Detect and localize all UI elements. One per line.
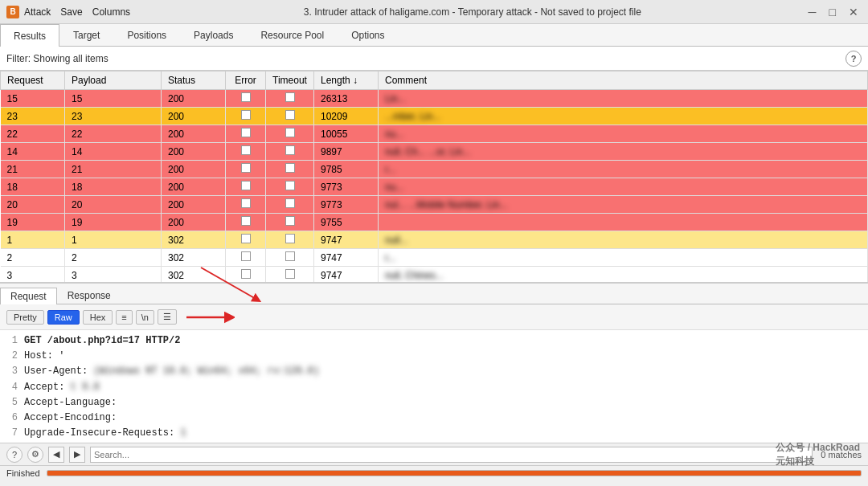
line-text: Accept-Encoding: xyxy=(24,410,862,426)
table-cell: null, Ch... ...or, Lin... xyxy=(379,143,868,161)
checkbox[interactable] xyxy=(241,251,251,261)
menu-bar[interactable]: Attack Save Columns xyxy=(24,6,130,18)
col-timeout[interactable]: Timeout xyxy=(266,71,314,90)
status-bar: Finished xyxy=(0,465,868,480)
checkbox[interactable] xyxy=(241,110,251,120)
table-cell xyxy=(226,90,266,108)
table-cell xyxy=(266,108,314,125)
checkbox[interactable] xyxy=(285,198,295,208)
table-cell xyxy=(226,178,266,196)
checkbox[interactable] xyxy=(241,145,251,155)
table-cell: 10055 xyxy=(314,125,379,143)
col-status[interactable]: Status xyxy=(162,71,226,90)
checkbox[interactable] xyxy=(285,110,295,120)
table-cell xyxy=(266,143,314,161)
checkbox[interactable] xyxy=(241,181,251,190)
progress-bar xyxy=(47,470,862,476)
table-row[interactable]: 223029747r... xyxy=(1,249,868,267)
help-icon[interactable]: ? xyxy=(6,447,23,463)
back-button[interactable]: ◀ xyxy=(48,447,64,463)
minimize-button[interactable]: ─ xyxy=(805,6,820,18)
checkbox[interactable] xyxy=(285,163,295,173)
checkbox[interactable] xyxy=(285,128,295,137)
table-row[interactable]: 20202009773nul... ...Mobile Number, Lin.… xyxy=(1,196,868,214)
checkbox[interactable] xyxy=(285,181,295,190)
col-request[interactable]: Request xyxy=(1,71,65,90)
app-icon: B xyxy=(6,6,19,18)
checkbox[interactable] xyxy=(241,198,251,208)
table-cell xyxy=(226,143,266,161)
tab-results[interactable]: Results xyxy=(0,24,59,47)
maximize-button[interactable]: □ xyxy=(826,6,839,18)
table-cell: 1 xyxy=(65,231,162,249)
menu-save[interactable]: Save xyxy=(60,6,82,18)
table-cell: 18 xyxy=(1,178,65,196)
col-payload[interactable]: Payload xyxy=(65,71,162,90)
table-cell xyxy=(266,196,314,214)
col-length[interactable]: Length ↓ xyxy=(314,71,379,90)
close-button[interactable]: ✕ xyxy=(845,6,862,18)
format-newline-icon[interactable]: \n xyxy=(136,310,154,325)
filter-bar: Filter: Showing all items ? xyxy=(0,47,868,71)
window-controls[interactable]: ─ □ ✕ xyxy=(805,6,862,18)
table-cell: 23 xyxy=(65,108,162,125)
col-comment[interactable]: Comment xyxy=(379,71,868,90)
window-title: 3. Intruder attack of haligame.com - Tem… xyxy=(140,6,805,18)
menu-columns[interactable]: Columns xyxy=(92,6,130,18)
format-bar: Pretty Raw Hex ≡ \n ☰ xyxy=(0,304,868,330)
tab-response[interactable]: Response xyxy=(57,287,121,304)
table-row[interactable]: 18182009773nu... xyxy=(1,178,868,196)
checkbox[interactable] xyxy=(241,92,251,102)
table-row[interactable]: 19192009755 xyxy=(1,214,868,231)
checkbox[interactable] xyxy=(241,163,251,173)
table-cell: 9747 xyxy=(314,267,379,284)
checkbox[interactable] xyxy=(241,234,251,243)
checkbox[interactable] xyxy=(285,269,295,279)
checkbox[interactable] xyxy=(285,92,295,102)
col-error[interactable]: Error xyxy=(226,71,266,90)
menu-attack[interactable]: Attack xyxy=(24,6,51,18)
content-line: 5Accept-Language: xyxy=(6,395,862,410)
table-row[interactable]: 14142009897null, Ch... ...or, Lin... xyxy=(1,143,868,161)
checkbox[interactable] xyxy=(285,234,295,243)
table-row[interactable]: 222220010055nu... xyxy=(1,125,868,143)
format-lines-icon[interactable]: ≡ xyxy=(116,310,132,325)
tab-request[interactable]: Request xyxy=(0,288,57,304)
checkbox[interactable] xyxy=(285,251,295,261)
table-cell: 9897 xyxy=(314,143,379,161)
table-cell: 1 xyxy=(1,231,65,249)
table-cell xyxy=(266,214,314,231)
checkbox[interactable] xyxy=(241,216,251,226)
table-cell: nu... xyxy=(379,178,868,196)
checkbox[interactable] xyxy=(285,216,295,226)
checkbox[interactable] xyxy=(241,128,251,137)
table-cell: 20 xyxy=(65,196,162,214)
table-cell: 21 xyxy=(65,161,162,178)
format-menu-icon[interactable]: ☰ xyxy=(158,309,177,325)
format-hex[interactable]: Hex xyxy=(83,310,113,325)
line-number: 6 xyxy=(6,410,18,426)
search-input[interactable] xyxy=(90,447,813,463)
table-row[interactable]: 333029747null, Chines... xyxy=(1,267,868,284)
line-text: Host: ' xyxy=(24,349,862,364)
settings-icon[interactable]: ⚙ xyxy=(27,447,43,463)
table-cell: 3 xyxy=(1,267,65,284)
table-row[interactable]: 113029747null... xyxy=(1,231,868,249)
table-cell xyxy=(226,214,266,231)
format-raw[interactable]: Raw xyxy=(47,310,80,325)
table-row[interactable]: 21212009785r... xyxy=(1,161,868,178)
table-row[interactable]: 232320010209...mber, Lin... xyxy=(1,108,868,125)
tab-target[interactable]: Target xyxy=(59,24,113,46)
tab-positions[interactable]: Positions xyxy=(113,24,180,46)
checkbox[interactable] xyxy=(241,269,251,279)
filter-help-button[interactable]: ? xyxy=(845,51,862,67)
table-row[interactable]: 151520026313Lin... xyxy=(1,90,868,108)
table-cell: nul... ...Mobile Number, Lin... xyxy=(379,196,868,214)
table-cell: null... xyxy=(379,231,868,249)
format-pretty[interactable]: Pretty xyxy=(6,310,44,325)
checkbox[interactable] xyxy=(285,145,295,155)
tab-resource-pool[interactable]: Resource Pool xyxy=(247,24,338,46)
tab-options[interactable]: Options xyxy=(338,24,398,46)
tab-payloads[interactable]: Payloads xyxy=(180,24,247,46)
forward-button[interactable]: ▶ xyxy=(69,447,85,463)
